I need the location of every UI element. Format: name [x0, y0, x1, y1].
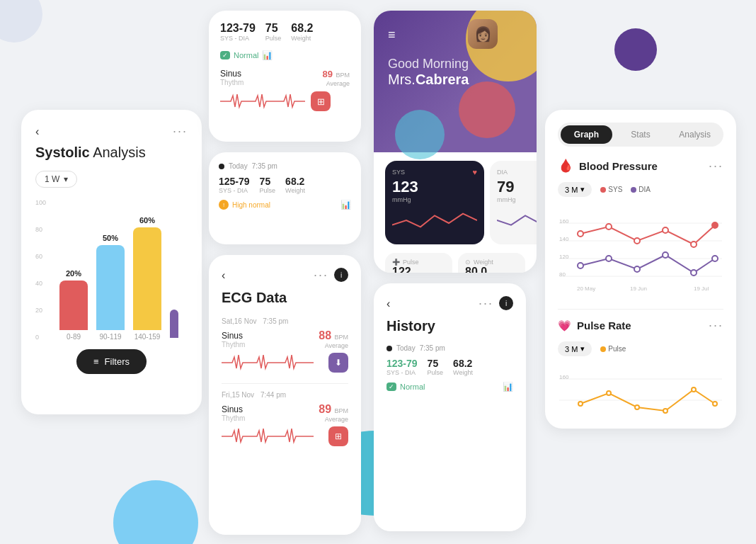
normal-badge: ✓ Normal 📊 [220, 50, 273, 60]
bp-chart: 160 140 120 80 20 May 19 Jun 19 Jul [558, 205, 723, 298]
legend-sys: SYS [600, 186, 622, 193]
bp-more-button[interactable]: ··· [709, 159, 723, 174]
dia-mini-chart [497, 206, 537, 234]
svg-point-8 [578, 231, 583, 237]
greeting-text: Good Morning [388, 57, 522, 72]
svg-point-26 [578, 402, 583, 406]
greeting-name: Mrs.Cabrera [388, 72, 522, 88]
svg-point-15 [606, 256, 612, 261]
greeting-top: ≡ 👩🏽 Good Morning Mrs.Cabrera [374, 11, 537, 152]
y-axis: 100806040200 [35, 199, 46, 341]
svg-text:160: 160 [559, 218, 569, 225]
pulse-more-button[interactable]: ··· [709, 318, 723, 333]
ecg-wave-record-2 [222, 426, 314, 447]
info-button[interactable]: i [334, 268, 348, 282]
sys-mini-chart [392, 206, 477, 234]
ecg-back-button[interactable]: ‹ [222, 269, 225, 282]
ecg-record-2: Fri,15 Nov 7:44 pm Sinus Thythm 89 BPM A… [222, 391, 348, 447]
ecg-icon-red: ⊞ [311, 91, 331, 111]
today-header: Today 7:35 pm [219, 162, 351, 170]
svg-text:120: 120 [559, 254, 569, 260]
svg-text:140: 140 [559, 236, 569, 242]
bp-section-header: 🩸 Blood Pressure ··· [558, 158, 723, 174]
svg-point-31 [713, 402, 717, 406]
weight-box: ⊙ Weight 80.0 KGS [458, 253, 525, 273]
svg-point-14 [578, 263, 583, 268]
dia-box: DIA ♥ 79 mmHg [490, 161, 537, 244]
greeting-card: ≡ 👩🏽 Good Morning Mrs.Cabrera SYS ♥ 123 … [374, 11, 537, 273]
svg-text:20 May: 20 May [577, 285, 595, 292]
pulse-weight-row: ➕ Pulse 122 BPM ⊙ Weight 80.0 KGS [374, 253, 537, 273]
svg-point-29 [663, 409, 668, 413]
bar-group-140-159: 60% 140-159 [133, 216, 161, 341]
pulse-box: ➕ Pulse 122 BPM [385, 253, 452, 273]
svg-point-11 [663, 227, 668, 233]
history-info-button[interactable]: i [499, 296, 513, 310]
week-select[interactable]: 1 W ▾ [35, 171, 77, 188]
svg-point-12 [691, 242, 697, 247]
history-more-button[interactable]: ··· [479, 296, 493, 311]
history-normal-badge: ✓ Normal [386, 382, 425, 391]
ecg-download-btn-1[interactable]: ⬇ [328, 353, 348, 373]
svg-point-27 [607, 391, 611, 395]
today-record-card: Today 7:35 pm 125-79 SYS - DIA 75 Pulse … [209, 152, 361, 244]
time-filter-bp[interactable]: 3 M ▾ [558, 182, 592, 197]
bar-group-90-119: 50% 90-119 [96, 234, 125, 341]
svg-text:19 Jul: 19 Jul [694, 285, 709, 292]
svg-point-18 [691, 270, 697, 276]
bar-group-0-89: 20% 0-89 [59, 269, 88, 341]
svg-point-16 [634, 266, 640, 272]
pulse-chart: 160 [558, 365, 723, 421]
sys-box: SYS ♥ 123 mmHg [385, 161, 484, 244]
bp-icon: 🩸 [558, 158, 573, 174]
ecg-wave-record-1 [222, 352, 314, 373]
more-options-button[interactable]: ··· [173, 124, 188, 139]
avatar: 👩🏽 [468, 19, 498, 49]
bg-blob-bottom-left [113, 480, 198, 544]
history-title: History [386, 318, 513, 334]
history-today-header: Today 7:35 pm [386, 344, 513, 352]
svg-point-9 [606, 224, 612, 230]
bp-filter-row: 3 M ▾ SYS DIA [558, 182, 723, 197]
svg-text:19 Jun: 19 Jun [630, 285, 647, 292]
weight-icon: ⊙ [465, 259, 471, 266]
filters-button[interactable]: ≡ Filters [76, 349, 147, 374]
ecg-data-card: ‹ ··· i ECG Data Sat,16 Nov 7:35 pm Sinu… [209, 255, 361, 535]
metrics-row: SYS ♥ 123 mmHg DIA ♥ 79 mmHg [374, 152, 537, 253]
back-button[interactable]: ‹ [35, 125, 39, 138]
legend-pulse: Pulse [600, 345, 626, 353]
svg-point-30 [692, 387, 696, 392]
svg-point-17 [663, 252, 668, 258]
svg-point-10 [634, 238, 640, 244]
tab-stats[interactable]: Stats [615, 125, 667, 144]
svg-point-13 [712, 222, 718, 228]
sinus-row: Sinus Thythm 89 BPM Average [220, 67, 350, 87]
ecg-record-1: Sat,16 Nov 7:35 pm Sinus Thythm 88 BPM A… [222, 317, 348, 373]
pulse-rate-section: 💗 Pulse Rate ··· 3 M ▾ Pulse 160 [558, 309, 723, 421]
svg-text:160: 160 [559, 374, 569, 380]
stats-row: 123-79 SYS - DIA 75 Pulse 68.2 Weight [220, 22, 350, 42]
history-back-button[interactable]: ‹ [386, 298, 390, 310]
bg-decoration [0, 0, 42, 42]
svg-point-19 [712, 256, 718, 261]
ecg-wave-top [220, 91, 305, 111]
pulse-rate-icon: 💗 [558, 319, 571, 332]
blood-pressure-card: Graph Stats Analysis 🩸 Blood Pressure ··… [545, 110, 736, 429]
ecg-data-title: ECG Data [222, 290, 348, 306]
bar-chart: 100806040200 20% 0-89 50% 90-119 60% 140… [35, 199, 188, 341]
legend-dia: DIA [631, 186, 651, 193]
pulse-filter-row: 3 M ▾ Pulse [558, 341, 723, 356]
tab-analysis[interactable]: Analysis [669, 125, 721, 144]
svg-text:80: 80 [559, 271, 566, 278]
tab-row: Graph Stats Analysis [558, 123, 723, 147]
svg-point-28 [635, 405, 639, 409]
time-filter-pulse[interactable]: 3 M ▾ [558, 341, 592, 356]
ecg-download-btn-2[interactable]: ⊞ [328, 426, 348, 446]
history-stats-row: 123-79 SYS - DIA 75 Pulse 68.2 Weight [386, 358, 513, 376]
today-stats-row: 125-79 SYS - DIA 75 Pulse 68.2 Weight [219, 176, 351, 194]
systolic-analysis-card: ‹ ··· Systolic Analysis 1 W ▾ 1008060402… [21, 110, 202, 414]
tab-graph[interactable]: Graph [561, 125, 612, 144]
pulse-icon: ➕ [392, 259, 400, 266]
systolic-title: Systolic Analysis [35, 144, 188, 161]
ecg-more-button[interactable]: ··· [314, 268, 328, 283]
